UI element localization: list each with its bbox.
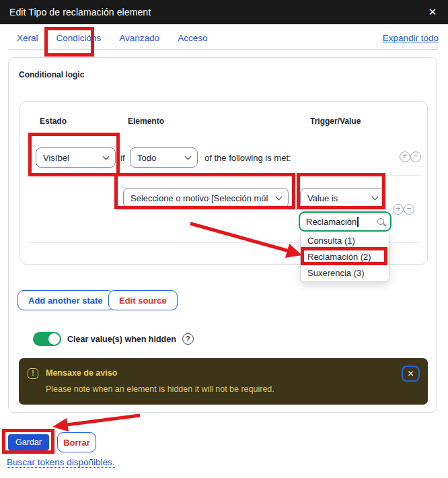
match-select-value: Todo <box>137 153 156 163</box>
tab-avanzado[interactable]: Avanzado <box>119 33 159 43</box>
tab-xeral[interactable]: Xeral <box>17 33 38 43</box>
state-select-value: Visíbel <box>43 153 69 163</box>
trigger-select-value: Value is <box>307 193 338 203</box>
search-icon <box>377 218 384 225</box>
modal-header: Edit Tipo de reclamación element ✕ <box>0 0 448 24</box>
add-condition-icon[interactable]: + <box>393 204 404 215</box>
condition-builder-card: Estado Elemento Trigger/Value Visíbel if… <box>20 101 428 265</box>
modal-edit-element: Edit Tipo de reclamación element ✕ Xeral… <box>0 0 448 478</box>
section-title: Conditional logic <box>19 70 84 79</box>
match-select[interactable]: Todo <box>130 147 198 168</box>
chevron-down-icon <box>103 153 110 160</box>
value-search-input[interactable]: Reclamación <box>299 211 391 232</box>
clear-values-label: Clear value(s) when hidden <box>67 335 176 344</box>
tabs-divider <box>8 49 438 50</box>
trigger-select[interactable]: Value is <box>300 188 385 208</box>
clear-values-toggle[interactable] <box>33 332 61 346</box>
toggle-knob <box>48 333 60 345</box>
chevron-down-icon <box>276 193 283 200</box>
remove-condition-icon[interactable]: − <box>410 151 421 162</box>
row-divider <box>28 175 420 176</box>
option-consulta[interactable]: Consulta (1) <box>301 233 389 249</box>
column-header-elemento: Elemento <box>128 116 164 126</box>
edit-source-button[interactable]: Edit source <box>108 290 178 310</box>
tab-condicions[interactable]: Condicións <box>57 33 102 43</box>
modal-title: Edit Tipo de reclamación element <box>9 7 151 18</box>
warning-title: Mensaxe de aviso <box>46 368 117 378</box>
value-search-text: Reclamación <box>306 217 357 227</box>
if-label: if <box>120 153 125 163</box>
save-button[interactable]: Gardar <box>8 434 49 450</box>
add-another-state-button[interactable]: Add another state <box>17 290 114 310</box>
text-caret <box>357 217 359 227</box>
option-reclamacion[interactable]: Reclamación (2) <box>301 249 389 265</box>
close-icon[interactable]: ✕ <box>426 5 439 19</box>
tab-acceso[interactable]: Acceso <box>178 33 207 43</box>
chevron-down-icon <box>185 153 192 160</box>
following-label: of the following is met: <box>204 153 291 163</box>
state-select[interactable]: Visíbel <box>36 147 116 168</box>
conditional-logic-card: Conditional logic Estado Elemento Trigge… <box>8 57 437 413</box>
column-header-trigger: Trigger/Value <box>310 116 361 126</box>
element-select-value: Seleccione o motivo [Selección múl <box>130 193 268 203</box>
expand-all-link[interactable]: Expandir todo <box>383 33 439 43</box>
column-header-estado: Estado <box>40 116 67 126</box>
value-options-dropdown: Consulta (1) Reclamación (2) Suxerencia … <box>300 233 389 282</box>
warning-icon: ! <box>28 368 38 379</box>
add-condition-icon[interactable]: + <box>400 151 410 162</box>
banner-close-icon[interactable]: ✕ <box>402 366 420 382</box>
chevron-down-icon <box>372 193 379 200</box>
element-select[interactable]: Seleccione o motivo [Selección múl <box>123 188 289 208</box>
browse-tokens-link[interactable]: Buscar tokens dispoñibles. <box>7 457 115 468</box>
option-suxerencia[interactable]: Suxerencia (3) <box>301 265 389 281</box>
clear-values-row: Clear value(s) when hidden ? <box>33 332 194 346</box>
help-icon[interactable]: ? <box>182 333 194 345</box>
warning-banner: ! Mensaxe de aviso Please note when an e… <box>19 358 428 405</box>
delete-button[interactable]: Borrar <box>57 432 96 452</box>
remove-condition-icon[interactable]: − <box>404 204 414 215</box>
tab-bar: Xeral Condicións Avanzado Acceso <box>17 27 438 48</box>
warning-message: Please note when an element is hidden it… <box>46 384 274 394</box>
